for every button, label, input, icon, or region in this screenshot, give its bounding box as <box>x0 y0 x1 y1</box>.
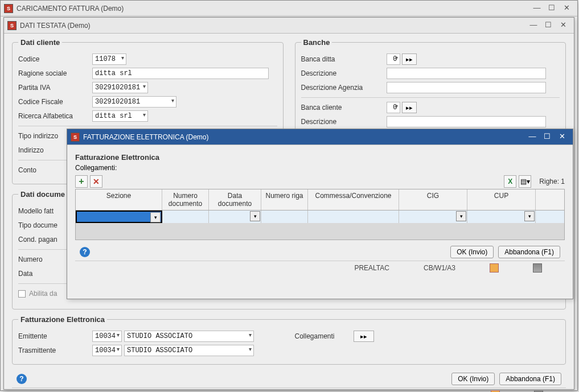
abilita-checkbox[interactable] <box>18 290 26 298</box>
close-button[interactable]: ✕ <box>555 131 569 143</box>
cf-input[interactable] <box>92 96 176 108</box>
modal-collegamenti-label: Collegamenti: <box>75 164 565 172</box>
modal-titlebar: S FATTURAZIONE ELETTRONICA (Demo) — ☐ ✕ <box>67 129 573 145</box>
delete-row-button[interactable]: ✕ <box>90 175 102 188</box>
close-button[interactable]: ✕ <box>559 3 574 14</box>
col-cup[interactable]: CUP <box>467 189 536 210</box>
modal-section-title: Fatturazione Elettronica <box>75 153 565 162</box>
ricerca-input[interactable] <box>92 110 148 122</box>
banca-ditta-input[interactable] <box>387 53 400 65</box>
server-icon <box>533 263 542 273</box>
modal-abbandona-button[interactable]: Abbandona (F1) <box>498 246 560 258</box>
dati-cliente-legend: Dati cliente <box>18 38 62 47</box>
col-numero-riga[interactable]: Numero riga <box>261 189 308 210</box>
collegamenti-nav-button[interactable]: ▸▸ <box>354 331 374 342</box>
chevron-down-icon[interactable]: ▾ <box>456 211 466 221</box>
fatt-elettronica-group: Fatturazione Elettronica Emittente Trasm… <box>12 315 566 365</box>
help-icon[interactable]: ? <box>17 374 27 384</box>
cell-cup[interactable]: ▾ <box>467 211 536 223</box>
trasmittente-name[interactable] <box>124 345 254 356</box>
col-sezione[interactable]: Sezione <box>76 189 162 210</box>
ragione-input[interactable] <box>92 68 269 79</box>
banca-cliente-nav-button[interactable]: ▸▸ <box>402 102 417 113</box>
codice-label: Codice <box>18 55 92 63</box>
banca-cliente-label: Banca cliente <box>301 104 387 112</box>
banca-ditta-label: Banca ditta <box>301 55 387 63</box>
ragione-label: Ragione sociale <box>18 69 92 77</box>
emittente-label: Emittente <box>18 332 92 340</box>
collegamenti-label: Collegamenti <box>295 332 352 340</box>
piva-input[interactable] <box>92 82 148 93</box>
inner-statusbar: PREALTAC CB/W1/A3 <box>12 387 566 392</box>
minimize-button[interactable]: — <box>526 20 541 31</box>
col-numero-documento[interactable]: Numero documento <box>162 189 209 210</box>
maximize-button[interactable]: ☐ <box>544 3 559 14</box>
banca-ditta-agenzia-input[interactable] <box>387 82 546 93</box>
status-path: CB/W1/A3 <box>424 264 455 272</box>
banca-cliente-descr-label: Descrizione <box>301 118 387 126</box>
status-user: PREALTAC <box>354 264 389 272</box>
fatt-elettronica-legend: Fatturazione Elettronica <box>18 315 107 324</box>
emittente-code[interactable] <box>92 331 122 342</box>
modal-content: Fatturazione Elettronica Collegamenti: +… <box>67 145 573 279</box>
cf-label: Codice Fiscale <box>18 98 92 106</box>
cell-cig[interactable]: ▾ <box>399 211 467 223</box>
modal-ok-button[interactable]: OK (Invio) <box>450 246 494 258</box>
outer-title: CARICAMENTO FATTURA (Demo) <box>17 5 529 13</box>
grid-toolbar: + ✕ X ▤▾ Righe: 1 <box>75 174 565 189</box>
chevron-down-icon[interactable]: ▾ <box>250 211 260 221</box>
emittente-name[interactable] <box>124 331 254 342</box>
minimize-button[interactable]: — <box>529 3 544 14</box>
banca-ditta-descr-input[interactable] <box>387 68 546 79</box>
banche-legend: Banche <box>301 38 332 47</box>
col-commessa[interactable]: Commessa/Convenzione <box>308 189 399 210</box>
minimize-button[interactable]: — <box>525 131 540 143</box>
banca-ditta-nav-button[interactable]: ▸▸ <box>402 53 417 65</box>
add-row-button[interactable]: + <box>75 175 88 188</box>
columns-config-button[interactable]: ▤▾ <box>519 175 531 188</box>
modal-window: S FATTURAZIONE ELETTRONICA (Demo) — ☐ ✕ … <box>67 129 573 299</box>
dati-documento-legend: Dati docume <box>18 190 67 199</box>
col-cig[interactable]: CIG <box>399 189 467 210</box>
cell-data-documento[interactable]: ▾ <box>209 211 261 223</box>
cell-numero-documento[interactable] <box>162 211 209 223</box>
chevron-down-icon[interactable]: ▾ <box>150 212 161 222</box>
inner-titlebar: S DATI TESTATA (Demo) — ☐ ✕ <box>4 18 574 34</box>
grid-row[interactable]: ▾ ▾ ▾ ▾ <box>76 211 564 223</box>
ok-button[interactable]: OK (Invio) <box>451 373 495 385</box>
server-icon <box>534 390 543 393</box>
outer-titlebar: S CARICAMENTO FATTURA (Demo) — ☐ ✕ <box>1 1 577 16</box>
app-icon: S <box>71 133 80 142</box>
help-icon[interactable]: ? <box>80 247 90 257</box>
trasmittente-label: Trasmittente <box>18 346 92 354</box>
col-data-documento[interactable]: Data documento <box>209 189 261 210</box>
inner-title: DATI TESTATA (Demo) <box>20 22 526 30</box>
trasmittente-code[interactable] <box>92 345 122 356</box>
banca-cliente-descr-input[interactable] <box>387 116 546 127</box>
ricerca-label: Ricerca Alfabetica <box>18 112 92 120</box>
modal-title: FATTURAZIONE ELETTRONICA (Demo) <box>83 133 525 141</box>
excel-export-button[interactable]: X <box>504 175 516 188</box>
abilita-label: Abilita da <box>29 290 57 298</box>
app-icon: S <box>4 4 13 13</box>
cell-commessa[interactable] <box>308 211 399 223</box>
maximize-button[interactable]: ☐ <box>541 20 556 31</box>
collegamenti-grid: Sezione Numero documento Data documento … <box>75 189 565 240</box>
cell-numero-riga[interactable] <box>261 211 308 223</box>
banca-cliente-input[interactable] <box>387 102 400 113</box>
row-count-label: Righe: 1 <box>539 178 565 185</box>
piva-label: Partita IVA <box>18 84 92 92</box>
banca-ditta-descr-label: Descrizione <box>301 69 387 77</box>
banca-ditta-agenzia-label: Descrizione Agenzia <box>301 84 387 92</box>
maximize-button[interactable]: ☐ <box>540 131 555 143</box>
chevron-down-icon[interactable]: ▾ <box>524 211 535 221</box>
abbandona-button[interactable]: Abbandona (F1) <box>499 373 561 385</box>
cell-sezione[interactable]: ▾ <box>76 211 162 223</box>
modal-statusbar: PREALTAC CB/W1/A3 <box>75 261 565 274</box>
app-icon: S <box>7 21 17 30</box>
db-icon <box>491 390 500 393</box>
db-icon <box>490 263 499 273</box>
close-button[interactable]: ✕ <box>556 20 570 31</box>
codice-input[interactable] <box>92 53 126 65</box>
